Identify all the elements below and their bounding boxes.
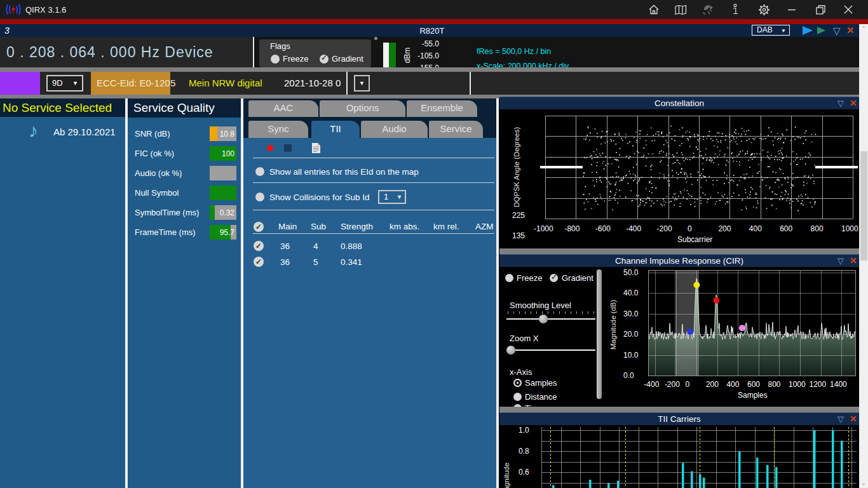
splitter-vertical[interactable] — [496, 98, 499, 488]
settings-button[interactable] — [750, 0, 777, 19]
scroll-up-arrow[interactable]: ⌃ — [859, 24, 868, 34]
frequency-display: 0 . 208 . 064 . 000 Hz Device — [0, 37, 254, 67]
map-button[interactable] — [667, 0, 694, 19]
services-panel-header: No Service Selected — [0, 98, 125, 117]
record-button[interactable] — [267, 145, 273, 151]
zoomx-slider[interactable] — [506, 349, 595, 351]
mode-dropdown[interactable]: DAB▼ — [752, 25, 790, 36]
close-panel-icon[interactable]: ✕ — [850, 255, 857, 266]
slider-tick — [536, 311, 537, 314]
cir-gradient-radio[interactable] — [550, 274, 558, 282]
dbm-tick-1: -55.0 — [410, 39, 439, 48]
row-checkbox[interactable]: ✓ — [254, 257, 264, 267]
service-list-item[interactable]: Ab 29.10.2021 — [53, 126, 116, 137]
collapse-icon[interactable]: ▽ — [833, 25, 841, 37]
cell-sub: 4 — [313, 241, 318, 251]
cir-panel-body: Freeze Gradient Smoothing Level Zoom X x… — [499, 267, 859, 407]
col-header-sub: Sub — [311, 222, 326, 231]
cir-title: Channel Impulse Response (CIR) — [499, 256, 859, 266]
close-panel-icon[interactable]: ✕ — [850, 98, 857, 108]
collapse-icon[interactable]: ▽ — [837, 98, 844, 108]
tab-aac[interactable]: AAC — [248, 100, 318, 117]
show-all-entries-radio[interactable] — [255, 167, 264, 176]
tab-sync[interactable]: Sync — [248, 121, 308, 138]
tick-label: 200 — [706, 380, 719, 389]
restore-button[interactable] — [807, 0, 834, 19]
constellation-xlabel: Subcarrier — [677, 235, 712, 244]
cell-strength: 0.888 — [341, 241, 362, 251]
stop-button[interactable] — [284, 144, 292, 152]
quality-bar: 0.32 — [210, 205, 236, 220]
quality-label: FrameTime (ms) — [135, 227, 196, 237]
tab-label: Ensemble — [407, 102, 477, 113]
xaxis-samples-radio[interactable] — [513, 379, 522, 387]
tick-label: -400 — [626, 224, 641, 233]
subid-value: 1 — [384, 192, 388, 201]
quality-bar-fill — [210, 126, 217, 141]
play-button[interactable] — [802, 25, 813, 36]
info-button[interactable] — [722, 0, 749, 19]
scrollbar-vertical[interactable]: ⌃ ⌄ — [859, 24, 868, 488]
scrollbar-thumb[interactable] — [860, 151, 867, 261]
slider-tick — [593, 311, 594, 314]
gradient-radio[interactable] — [320, 55, 329, 64]
play-secondary-button[interactable] — [817, 26, 826, 35]
xaxis-distance-label: Distance — [525, 392, 557, 402]
close-window-button[interactable] — [835, 0, 862, 19]
smoothing-slider-thumb[interactable] — [539, 315, 548, 323]
show-collisions-label: Show Collisions for Sub Id — [269, 193, 370, 202]
home-button[interactable] — [641, 0, 667, 19]
separator — [253, 233, 494, 234]
tick-label: 400 — [726, 380, 739, 389]
cir-ylabel: Magnitude (dB) — [609, 300, 617, 350]
tii-carriers-plot — [541, 427, 857, 488]
ensemble-name: Mein NRW digital — [189, 78, 262, 88]
close-icon — [844, 5, 853, 14]
cell-sub: 5 — [313, 257, 318, 267]
cir-xlabel: Samples — [738, 391, 768, 400]
cir-splitter[interactable] — [597, 269, 602, 399]
tab-label: Sync — [248, 123, 308, 134]
subid-dropdown[interactable]: 1▼ — [378, 190, 406, 204]
freeze-radio[interactable] — [271, 55, 280, 64]
tick-label: 400 — [749, 224, 762, 233]
document-icon[interactable] — [311, 142, 321, 154]
slider-tick — [588, 311, 588, 314]
slider-tick — [531, 311, 531, 314]
ensemble-color-block — [0, 72, 40, 95]
splitter-horizontal[interactable] — [499, 407, 859, 412]
constellation-plot-area: DQPSK Angle (Degrees) 22513545-45-135-22… — [499, 109, 859, 248]
satellite-button[interactable] — [694, 0, 721, 19]
tab-options[interactable]: Options — [320, 100, 405, 117]
scroll-down-arrow[interactable]: ⌄ — [859, 478, 868, 488]
tab-ensemble[interactable]: Ensemble — [407, 100, 477, 117]
date-dropdown-button[interactable]: ▼ — [354, 75, 370, 92]
tab-label: Audio — [361, 123, 428, 134]
accent-bar — [0, 19, 868, 24]
minimize-button[interactable] — [778, 0, 805, 19]
col-header-azm: AZM — [475, 222, 494, 231]
smoothing-label: Smoothing Level — [510, 301, 571, 310]
select-all-checkbox[interactable]: ✓ — [254, 222, 264, 232]
channel-dropdown[interactable]: 9D▼ — [46, 75, 83, 92]
zoomx-slider-thumb[interactable] — [506, 346, 515, 355]
quality-row: FIC (ok %)100 — [128, 146, 241, 161]
collapse-icon[interactable]: ▽ — [837, 256, 844, 266]
tab-service[interactable]: Service — [429, 121, 483, 138]
tab-audio[interactable]: Audio — [361, 121, 428, 138]
service-quality-header: Service Quality — [128, 98, 241, 118]
row-checkbox[interactable]: ✓ — [254, 241, 264, 251]
show-collisions-radio[interactable] — [255, 193, 264, 201]
cir-freeze-radio[interactable] — [505, 274, 513, 282]
smoothing-slider[interactable] — [506, 318, 595, 320]
chevron-down-icon: ▼ — [72, 76, 78, 90]
close-panel-icon[interactable]: ✕ — [850, 414, 857, 424]
services-header-label: No Service Selected — [3, 101, 112, 115]
tick-label: 600 — [780, 224, 792, 233]
splitter-horizontal[interactable] — [499, 248, 859, 254]
collapse-icon[interactable]: ▽ — [837, 414, 844, 424]
tab-tii[interactable]: TII — [311, 121, 360, 138]
close-session-icon[interactable]: ✕ — [846, 25, 855, 36]
xaxis-distance-radio[interactable] — [513, 393, 522, 401]
splitter-horizontal[interactable] — [0, 67, 859, 72]
